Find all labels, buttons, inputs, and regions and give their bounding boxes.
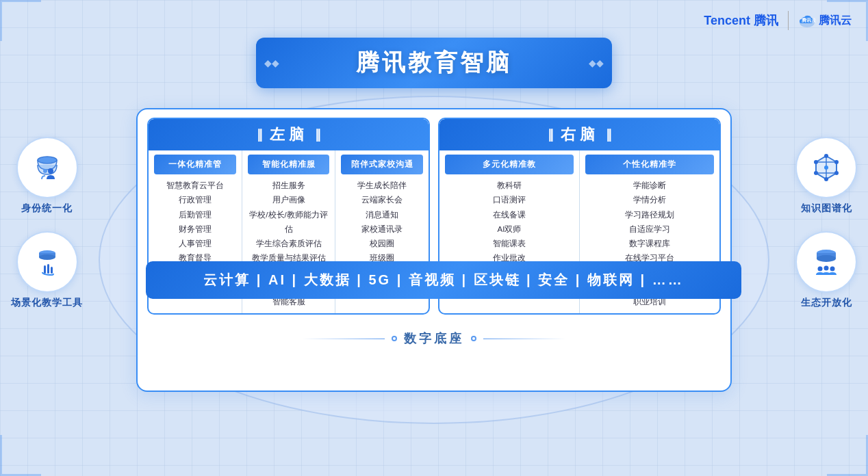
identity-icon-circle bbox=[16, 137, 78, 198]
list-item: 学校/校长/教师能力评估 bbox=[248, 208, 330, 237]
col1-number: 01 bbox=[208, 313, 237, 315]
side-label-eco: 生态开放化 bbox=[801, 297, 852, 309]
right-brain-marks-right: ‖ bbox=[606, 127, 612, 142]
list-item: 家校通讯录 bbox=[341, 222, 423, 237]
list-item: 学情分析 bbox=[585, 193, 714, 207]
logo-area: Tencent 腾讯 腾讯云 腾讯云 bbox=[704, 11, 852, 30]
list-item: 在线备课 bbox=[445, 208, 574, 222]
tencent-cloud-logo: 腾讯云 腾讯云 bbox=[798, 14, 852, 28]
content-area: ‖ 左脑 ‖ 一体化精准管 智慧教育云平台 行政管理 后勤管理 财务管理 人事管… bbox=[136, 108, 732, 392]
tencent-logo: Tencent 腾讯 bbox=[704, 12, 778, 29]
svg-point-7 bbox=[39, 254, 55, 260]
list-item: 智慧教育云平台 bbox=[154, 178, 236, 193]
left-brain-header: ‖ 左脑 ‖ bbox=[149, 119, 429, 150]
list-item: 学生成长陪伴 bbox=[341, 178, 423, 193]
list-item: 教科研 bbox=[445, 178, 574, 193]
side-label-identity: 身份统一化 bbox=[21, 202, 73, 215]
corner-decoration-br bbox=[827, 435, 868, 476]
svg-rect-9 bbox=[47, 264, 49, 274]
side-left-icons: 身份统一化 场景化教学工具 bbox=[11, 137, 83, 309]
side-label-tools: 场景化教学工具 bbox=[11, 297, 83, 309]
logo-divider bbox=[788, 11, 789, 30]
tools-icon-circle bbox=[16, 231, 78, 293]
list-item: 后勤管理 bbox=[154, 208, 236, 222]
base-line-left bbox=[303, 339, 385, 339]
list-item: 学习路径规划 bbox=[585, 208, 714, 222]
list-item: 招生服务 bbox=[248, 178, 330, 193]
list-item: 用户画像 bbox=[248, 193, 330, 207]
right-brain-header: ‖ 右脑 ‖ bbox=[439, 119, 719, 150]
svg-point-21 bbox=[818, 267, 823, 272]
svg-point-15 bbox=[814, 160, 818, 164]
side-item-identity: 身份统一化 bbox=[16, 137, 78, 215]
list-item: 学能诊断 bbox=[585, 178, 714, 193]
list-item: 口语测评 bbox=[445, 193, 574, 207]
svg-point-16 bbox=[814, 171, 818, 175]
left-brain-marks-left: ‖ bbox=[257, 127, 263, 142]
svg-rect-8 bbox=[44, 265, 46, 274]
list-item: 消息通知 bbox=[341, 208, 423, 222]
svg-point-11 bbox=[824, 154, 828, 158]
col4-number: 04 bbox=[546, 313, 575, 315]
base-dot-left bbox=[392, 336, 397, 341]
list-item: 人事管理 bbox=[154, 237, 236, 251]
right-brain-title: 右脑 bbox=[561, 124, 599, 145]
svg-point-14 bbox=[824, 177, 828, 181]
svg-point-23 bbox=[830, 267, 835, 272]
col3-header: 陪伴式家校沟通 bbox=[341, 155, 423, 174]
svg-text:腾讯云: 腾讯云 bbox=[802, 17, 816, 23]
main-title: 腾讯教育智脑 bbox=[283, 47, 585, 79]
svg-point-12 bbox=[834, 160, 839, 164]
svg-point-13 bbox=[834, 171, 839, 175]
side-item-tools: 场景化教学工具 bbox=[11, 231, 83, 309]
list-item: 智能课表 bbox=[445, 237, 574, 251]
col1-header: 一体化精准管 bbox=[154, 155, 236, 174]
col2-header: 智能化精准服 bbox=[248, 155, 330, 174]
knowledge-icon-circle bbox=[795, 137, 857, 198]
digital-base: 数字底座 bbox=[138, 330, 730, 347]
svg-point-4 bbox=[43, 169, 47, 173]
side-item-knowledge: 知识图谱化 bbox=[795, 137, 857, 215]
list-item: 数字课程库 bbox=[585, 237, 714, 251]
svg-rect-10 bbox=[51, 267, 53, 274]
list-item: 行政管理 bbox=[154, 193, 236, 207]
list-item: 学生综合素质评估 bbox=[248, 237, 330, 251]
svg-point-22 bbox=[824, 266, 829, 271]
eco-icon-circle bbox=[795, 231, 857, 293]
svg-point-20 bbox=[817, 255, 836, 262]
cloud-label: 腾讯云 bbox=[819, 14, 852, 28]
list-item: AI双师 bbox=[445, 222, 574, 237]
tech-bar: 云计算 | AI | 大数据 | 5G | 音视频 | 区块链 | 安全 | 物… bbox=[146, 261, 741, 299]
base-line-right bbox=[483, 339, 565, 339]
col3-items: 学生成长陪伴 云端家长会 消息通知 家校通讯录 校园圈 班级圈 bbox=[341, 178, 423, 266]
corner-decoration-bl bbox=[0, 435, 41, 476]
main-title-banner: 腾讯教育智脑 bbox=[256, 38, 612, 88]
col3-number: 03 bbox=[396, 313, 424, 315]
list-item: 自适应学习 bbox=[585, 222, 714, 237]
base-dot-right bbox=[471, 336, 476, 341]
col4-header: 多元化精准教 bbox=[445, 155, 574, 174]
list-item: 校园圈 bbox=[341, 237, 423, 251]
svg-point-17 bbox=[824, 166, 828, 170]
side-item-eco: 生态开放化 bbox=[795, 231, 857, 309]
left-brain-title: 左脑 bbox=[270, 124, 308, 145]
col5-header: 个性化精准学 bbox=[585, 155, 714, 174]
tech-bar-text: 云计算 | AI | 大数据 | 5G | 音视频 | 区块链 | 安全 | 物… bbox=[162, 271, 725, 289]
list-item: 云端家长会 bbox=[341, 193, 423, 207]
corner-decoration-tl bbox=[0, 0, 41, 41]
left-brain-marks-right: ‖ bbox=[315, 127, 321, 142]
col2-number: 02 bbox=[302, 313, 331, 315]
side-label-knowledge: 知识图谱化 bbox=[801, 202, 852, 215]
side-right-icons: 知识图谱化 生态开放化 bbox=[795, 137, 857, 309]
digital-base-text: 数字底座 bbox=[404, 330, 464, 347]
right-brain-marks-left: ‖ bbox=[548, 127, 554, 142]
page-wrapper: Tencent 腾讯 腾讯云 腾讯云 腾讯教育智脑 bbox=[0, 0, 868, 476]
list-item: 财务管理 bbox=[154, 222, 236, 237]
svg-point-3 bbox=[48, 168, 53, 174]
